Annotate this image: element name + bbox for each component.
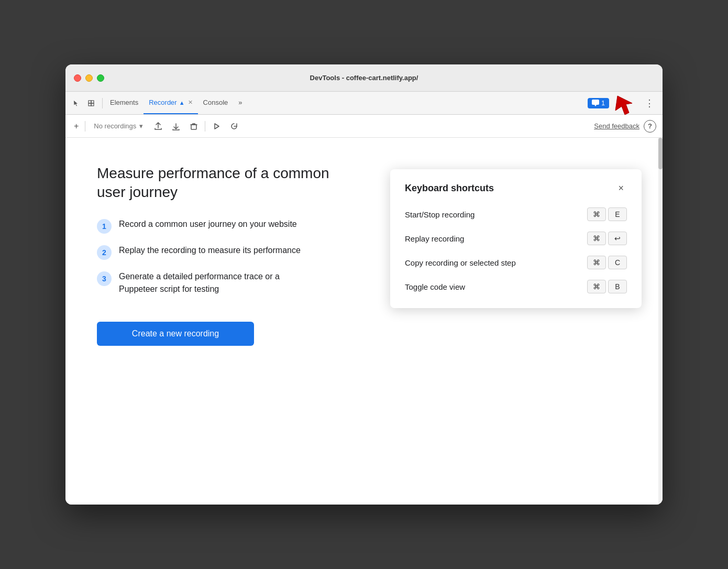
svg-rect-7 [191,125,196,129]
devtools-tabs: Elements Recorder ▲ ✕ Console » 1 [65,92,663,115]
shortcuts-list: Start/Stop recording ⌘ E Replay recordin… [405,207,627,293]
scrollbar-thumb[interactable] [658,138,663,169]
export-button[interactable] [151,119,165,133]
svg-rect-4 [592,100,599,105]
recorder-icon: ▲ [179,100,185,106]
toolbar-separator-1 [85,121,85,132]
arrow-indicator [613,92,636,115]
add-icon: + [74,122,79,131]
shortcut-start-stop: Start/Stop recording ⌘ E [405,207,627,221]
add-recording-button[interactable]: + [72,119,81,133]
tab-console[interactable]: Console [198,92,234,114]
inspect-icon[interactable] [84,96,98,110]
chevron-down-icon: ▾ [139,122,143,130]
key-cmd-3: ⌘ [587,256,606,269]
key-c: C [608,256,627,269]
toolbar-separator-2 [205,121,205,132]
key-cmd-1: ⌘ [587,207,606,221]
shortcut-copy-label: Copy recording or selected step [405,258,516,267]
keyboard-shortcuts-popup: Keyboard shortcuts × Start/Stop recordin… [390,169,642,308]
svg-rect-2 [89,103,91,106]
window-title: DevTools - coffee-cart.netlify.app/ [310,74,418,82]
svg-marker-6 [615,96,632,115]
shortcut-toggle-code: Toggle code view ⌘ B [405,280,627,293]
tab-elements-label: Elements [110,99,138,106]
create-recording-button[interactable]: Create a new recording [97,322,254,346]
help-button[interactable]: ? [644,120,656,133]
step-number-2: 2 [97,245,112,260]
shortcuts-title: Keyboard shortcuts [405,183,494,194]
svg-rect-1 [91,101,94,103]
more-tabs-button[interactable]: » [233,92,247,114]
step-text-3: Generate a detailed performance trace or… [119,270,318,296]
recordings-dropdown[interactable]: No recordings ▾ [90,120,147,132]
cursor-icon[interactable] [70,96,83,110]
key-cmd-4: ⌘ [587,280,606,293]
devtools-tabs-right: 1 ⋮ [588,92,658,115]
svg-rect-0 [89,101,91,103]
more-tabs-icon: » [238,99,242,106]
shortcut-copy: Copy recording or selected step ⌘ C [405,256,627,269]
title-bar: DevTools - coffee-cart.netlify.app/ [65,64,663,92]
svg-marker-5 [594,105,597,106]
import-button[interactable] [169,119,183,133]
step-number-3: 3 [97,271,112,286]
notification-count: 1 [601,100,605,107]
shortcuts-header: Keyboard shortcuts × [405,182,627,195]
tab-recorder[interactable]: Recorder ▲ ✕ [144,92,197,114]
toolbar-right: Send feedback ? [594,120,656,133]
shortcut-toggle-code-label: Toggle code view [405,282,465,291]
shortcut-replay: Replay recording ⌘ ↩ [405,232,627,245]
step-text-1: Record a common user journey on your web… [119,218,297,231]
svg-marker-8 [215,124,219,129]
minimize-traffic-light[interactable] [85,74,93,82]
key-enter: ↩ [608,232,627,245]
scrollbar-track[interactable] [658,138,663,505]
main-content: Keyboard shortcuts × Start/Stop recordin… [65,138,663,505]
help-icon: ? [648,122,652,130]
recordings-dropdown-label: No recordings [94,122,136,130]
key-cmd-2: ⌘ [587,232,606,245]
tab-separator-left [102,98,103,108]
replay-button[interactable] [209,119,223,133]
shortcut-copy-keys: ⌘ C [587,256,627,269]
main-heading: Measure performance of a common user jou… [97,164,359,202]
recorder-toolbar: + No recordings ▾ [65,115,663,138]
send-feedback-button[interactable]: Send feedback [594,122,639,130]
notification-badge[interactable]: 1 [588,98,609,108]
browser-window: DevTools - coffee-cart.netlify.app/ Elem… [65,64,663,505]
tab-recorder-close[interactable]: ✕ [188,99,193,106]
step-text-2: Replay the recording to measure its perf… [119,244,301,257]
tab-recorder-label: Recorder [149,99,177,106]
tab-elements[interactable]: Elements [105,92,144,114]
key-b: B [608,280,627,293]
more-options-button[interactable]: ⋮ [641,95,658,111]
more-options-icon: ⋮ [645,98,654,108]
shortcut-replay-label: Replay recording [405,234,464,243]
maximize-traffic-light[interactable] [97,74,104,82]
close-traffic-light[interactable] [74,74,81,82]
shortcut-replay-keys: ⌘ ↩ [587,232,627,245]
tab-console-label: Console [203,99,228,106]
shortcut-toggle-code-keys: ⌘ B [587,280,627,293]
svg-rect-3 [91,103,94,106]
devtools-nav-left [70,96,98,110]
step-number-1: 1 [97,219,112,234]
shortcuts-close-button[interactable]: × [615,182,627,195]
delete-recording-button[interactable] [187,119,201,133]
shortcut-start-stop-label: Start/Stop recording [405,210,475,219]
traffic-lights [74,74,104,82]
key-e: E [608,207,627,221]
replay-with-performance-button[interactable] [227,119,241,133]
shortcut-start-stop-keys: ⌘ E [587,207,627,221]
